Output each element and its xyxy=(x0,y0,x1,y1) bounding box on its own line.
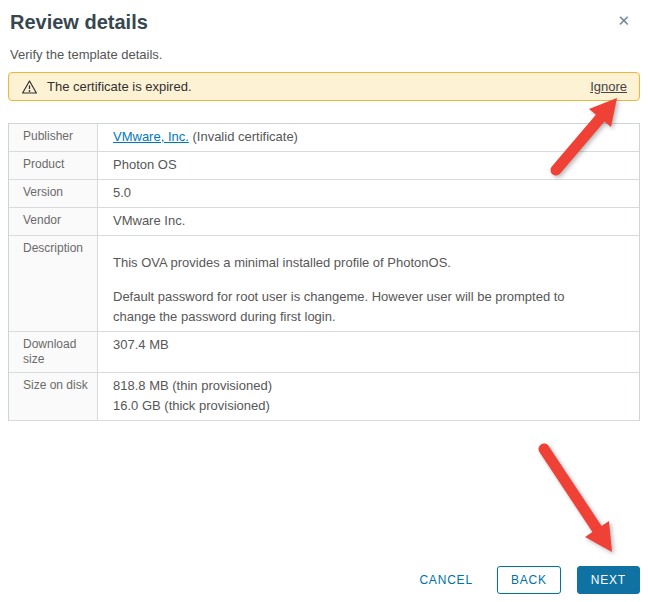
row-label: Size on disk xyxy=(9,373,98,420)
table-row: Publisher VMware, Inc. (Invalid certific… xyxy=(9,124,639,152)
value-text: 307.4 MB xyxy=(113,337,169,352)
close-icon[interactable]: ✕ xyxy=(613,10,634,32)
row-value: 307.4 MB xyxy=(98,332,639,372)
value-text: Default password for root user is change… xyxy=(113,289,565,324)
row-label: Description xyxy=(9,236,98,331)
row-label: Vendor xyxy=(9,208,98,235)
dialog-header: Review details ✕ xyxy=(0,0,648,34)
row-value: 818.8 MB (thin provisioned)16.0 GB (thic… xyxy=(98,373,639,420)
alert-message: The certificate is expired. xyxy=(47,79,192,94)
value-text: 16.0 GB (thick provisioned) xyxy=(113,398,270,413)
ignore-link[interactable]: Ignore xyxy=(590,79,627,94)
arrow-to-next-annotation xyxy=(544,449,612,552)
row-label: Product xyxy=(9,152,98,179)
publisher-link[interactable]: VMware, Inc. xyxy=(113,129,189,144)
warning-triangle-icon xyxy=(21,79,38,95)
template-details-table: Publisher VMware, Inc. (Invalid certific… xyxy=(8,123,640,421)
back-button[interactable]: BACK xyxy=(497,566,561,594)
dialog-subtitle: Verify the template details. xyxy=(0,34,648,62)
value-text: VMware Inc. xyxy=(113,213,185,228)
cancel-button[interactable]: CANCEL xyxy=(413,566,478,594)
row-label: Version xyxy=(9,180,98,207)
value-text: 818.8 MB (thin provisioned) xyxy=(113,378,272,393)
value-text: (Invalid certificate) xyxy=(189,129,298,144)
row-label: Download size xyxy=(9,332,98,372)
value-text: 5.0 xyxy=(113,185,131,200)
table-row: Size on disk 818.8 MB (thin provisioned)… xyxy=(9,373,639,421)
row-value: Photon OS xyxy=(98,152,639,179)
review-details-dialog: Review details ✕ Verify the template det… xyxy=(0,0,648,602)
row-value: This OVA provides a minimal installed pr… xyxy=(98,236,639,331)
certificate-warning-banner: The certificate is expired. Ignore xyxy=(8,72,640,101)
dialog-footer: CANCEL BACK NEXT xyxy=(413,566,640,594)
page-title: Review details xyxy=(10,10,148,34)
table-row: Download size 307.4 MB xyxy=(9,332,639,373)
table-row: Version 5.0 xyxy=(9,180,639,208)
row-value: VMware Inc. xyxy=(98,208,639,235)
table-row: Product Photon OS xyxy=(9,152,639,180)
table-row: Description This OVA provides a minimal … xyxy=(9,236,639,332)
table-row: Vendor VMware Inc. xyxy=(9,208,639,236)
next-button[interactable]: NEXT xyxy=(577,566,640,594)
row-value: VMware, Inc. (Invalid certificate) xyxy=(98,124,639,151)
value-text: Photon OS xyxy=(113,157,177,172)
row-value: 5.0 xyxy=(98,180,639,207)
value-text: This OVA provides a minimal installed pr… xyxy=(113,255,451,270)
row-label: Publisher xyxy=(9,124,98,151)
